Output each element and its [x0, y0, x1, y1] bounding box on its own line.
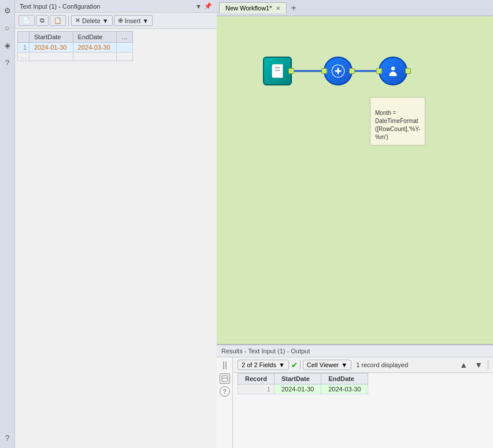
svg-rect-2 — [275, 67, 280, 68]
results-table-row[interactable]: 1 2024-01-30 2024-03-30 — [238, 384, 368, 394]
enddate-cell-1[interactable]: 2024-03-30 — [73, 43, 117, 53]
insert-dropdown-icon[interactable]: ▼ — [142, 17, 149, 24]
left-main: Text Input (1) - Configuration ▼ 📌 📄 ⧉ 📋… — [15, 0, 217, 448]
left-panel: ⚙ ○ ◈ ? ? Text Input (1) - Configuration… — [0, 0, 217, 448]
config-data-table: StartDate EndDate … 1 2024-01-30 2024-03… — [17, 31, 133, 61]
delete-dropdown-icon[interactable]: ▼ — [102, 17, 109, 24]
viewer-dropdown-btn[interactable]: Cell Viewer ▼ — [303, 360, 351, 370]
table-row-empty: … — [18, 53, 133, 61]
insert-icon: ⊕ — [118, 17, 123, 24]
res-startdate-cell[interactable]: 2024-01-30 — [274, 384, 321, 394]
results-toolbar: 2 of 2 Fields ▼ ✔ Cell Viewer ▼ 1 record… — [233, 357, 493, 373]
res-row-num: 1 — [238, 384, 275, 394]
config-data-grid-container: StartDate EndDate … 1 2024-01-30 2024-03… — [15, 29, 217, 448]
help-icon[interactable]: ? — [2, 57, 13, 68]
row-selector-icon[interactable] — [220, 374, 230, 384]
left-icons-bar: ⚙ ○ ◈ ? ? — [0, 0, 15, 448]
toolbar-sep — [300, 360, 301, 369]
formula-node-body[interactable] — [324, 57, 353, 85]
res-enddate-cell[interactable]: 2024-03-30 — [321, 384, 368, 394]
delete-btn[interactable]: ✕ Delete ▼ — [71, 15, 113, 26]
paste-icon: 📋 — [54, 17, 62, 24]
workflow-canvas[interactable]: Month = DateTimeFormat ([RowCount],'%Y- … — [217, 16, 493, 344]
row-num-1: 1 — [18, 43, 29, 53]
more-col-header[interactable]: … — [117, 32, 133, 43]
more-empty — [117, 53, 133, 61]
svg-point-7 — [391, 66, 395, 70]
row-num-empty: … — [18, 53, 29, 61]
results-toolbar-left: 2 of 2 Fields ▼ ✔ Cell Viewer ▼ 1 record… — [238, 360, 408, 370]
collapse-icon[interactable]: ▼ — [195, 3, 202, 10]
paste-btn[interactable]: 📋 — [50, 15, 66, 26]
output-right-connector — [405, 68, 411, 74]
record-count: 1 record displayed — [356, 361, 408, 368]
startdate-col-header[interactable]: StartDate — [29, 32, 73, 43]
fields-dropdown-btn[interactable]: 2 of 2 Fields ▼ — [238, 360, 289, 370]
enddate-col-header[interactable]: EndDate — [73, 32, 117, 43]
formula-input-connector — [321, 68, 327, 74]
res-startdate-col-header[interactable]: StartDate — [274, 374, 321, 384]
config-toolbar: 📄 ⧉ 📋 ✕ Delete ▼ ⊕ Insert ▼ — [15, 13, 217, 29]
formula-node[interactable] — [324, 57, 353, 85]
output-input-connector — [376, 68, 382, 74]
config-header: Text Input (1) - Configuration ▼ 📌 — [15, 0, 217, 13]
svg-rect-3 — [275, 70, 280, 71]
viewer-label: Cell Viewer — [307, 361, 339, 368]
separator-1 — [68, 16, 69, 26]
toolbar-sep2 — [488, 360, 488, 369]
workflow-tab[interactable]: New Workflow1* ✕ — [219, 2, 287, 13]
insert-btn[interactable]: ⊕ Insert ▼ — [114, 15, 153, 26]
copy-icon: ⧉ — [40, 17, 45, 24]
copy-btn[interactable]: ⧉ — [36, 15, 49, 26]
help-circle-icon[interactable]: ? — [220, 386, 230, 397]
help2-icon[interactable]: ? — [2, 432, 13, 443]
viewer-dropdown-arrow: ▼ — [341, 361, 347, 368]
fields-label: 2 of 2 Fields — [242, 361, 276, 368]
tab-bar: New Workflow1* ✕ + — [217, 0, 493, 16]
startdate-empty — [29, 53, 73, 61]
formula-tooltip: Month = DateTimeFormat ([RowCount],'%Y- … — [370, 97, 425, 145]
output-node[interactable] — [379, 57, 407, 85]
tag-icon[interactable]: ◈ — [2, 39, 13, 51]
startdate-cell-1[interactable]: 2024-01-30 — [29, 43, 73, 53]
tab-close-btn[interactable]: ✕ — [276, 5, 280, 12]
results-header: Results - Text Input (1) - Output — [217, 345, 493, 357]
results-grid-wrapper: Record StartDate EndDate 1 2024-01-30 20… — [233, 373, 493, 448]
delete-icon: ✕ — [75, 17, 80, 24]
config-header-controls: ▼ 📌 — [195, 2, 212, 10]
enddate-empty — [73, 53, 117, 61]
results-main: 2 of 2 Fields ▼ ✔ Cell Viewer ▼ 1 record… — [233, 357, 493, 448]
results-header-text: Results - Text Input (1) - Output — [221, 348, 310, 354]
workflow-tab-label: New Workflow1* — [225, 5, 272, 12]
fields-dropdown-arrow: ▼ — [279, 361, 285, 368]
nav-down-btn[interactable]: ▼ — [473, 360, 484, 370]
circle-icon[interactable]: ○ — [2, 22, 13, 33]
formula-output-connector — [349, 68, 355, 74]
results-side-icons: ? — [217, 357, 233, 448]
input-node[interactable] — [263, 57, 292, 85]
record-col-header[interactable]: Record — [238, 374, 275, 384]
more-cell-1 — [117, 43, 133, 53]
new-btn[interactable]: 📄 — [18, 15, 35, 26]
formula-tooltip-text: Month = DateTimeFormat ([RowCount],'%Y- … — [375, 110, 420, 140]
svg-rect-8 — [222, 376, 228, 382]
results-panel: Results - Text Input (1) - Output ? — [217, 344, 493, 448]
nav-up-btn[interactable]: ▲ — [458, 360, 469, 370]
add-tab-btn[interactable]: + — [288, 3, 300, 13]
right-panel: New Workflow1* ✕ + — [217, 0, 493, 448]
results-content: ? 2 of 2 Fields ▼ ✔ Cell Viewer ▼ — [217, 357, 493, 448]
input-node-body[interactable] — [263, 57, 292, 85]
input-output-connector — [288, 68, 294, 74]
new-icon: 📄 — [23, 17, 31, 24]
output-node-body[interactable] — [379, 57, 407, 85]
check-icon: ✔ — [291, 361, 298, 369]
config-header-title-group: Text Input (1) - Configuration — [20, 3, 100, 10]
results-data-table: Record StartDate EndDate 1 2024-01-30 20… — [238, 373, 368, 394]
canvas-svg — [217, 16, 493, 344]
settings-icon[interactable]: ⚙ — [2, 5, 13, 16]
pin-icon[interactable]: 📌 — [204, 2, 212, 10]
res-enddate-col-header[interactable]: EndDate — [321, 374, 368, 384]
config-title: Text Input (1) - Configuration — [20, 3, 100, 10]
table-row[interactable]: 1 2024-01-30 2024-03-30 — [18, 43, 133, 53]
drag-handle[interactable] — [222, 360, 228, 371]
